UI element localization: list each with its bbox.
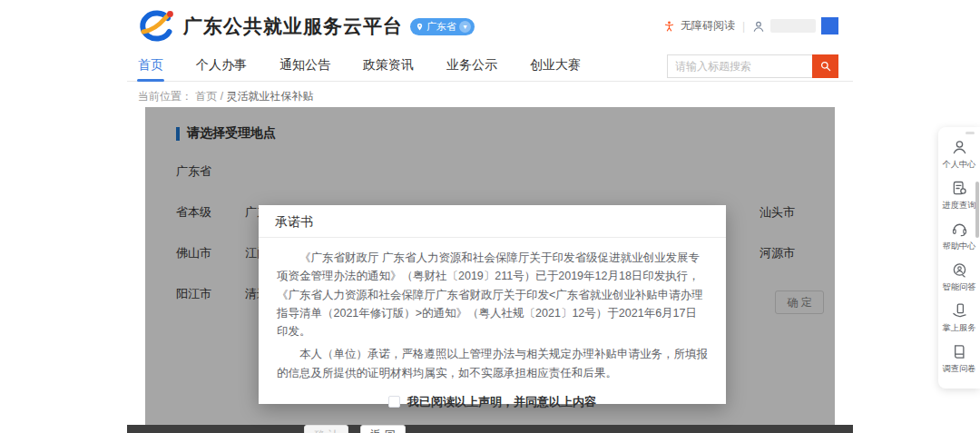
sidebar-item-label: 个人中心 — [943, 159, 976, 171]
search-button[interactable] — [812, 54, 838, 78]
accessibility-link[interactable]: 无障碍阅读 — [681, 18, 735, 34]
search-box — [667, 54, 838, 78]
document-search-icon — [950, 179, 969, 198]
commitment-paragraph-1: 《广东省财政厅 广东省人力资源和社会保障厅关于印发省级促进就业创业发展专项资金管… — [277, 249, 708, 340]
person-icon — [950, 138, 969, 157]
app-root: 广东公共就业服务云平台 广东省 ▾ 无障碍阅读 | — [0, 0, 980, 433]
tab-personal-affairs[interactable]: 个人办事 — [196, 57, 247, 75]
site-logo-icon — [134, 8, 176, 44]
sidebar-item-smart-qa[interactable]: 智能问答 — [938, 261, 980, 293]
tab-business-publicity[interactable]: 业务公示 — [446, 57, 497, 75]
header: 广东公共就业服务云平台 广东省 ▾ 无障碍阅读 | — [127, 0, 853, 51]
tab-startup-contest[interactable]: 创业大赛 — [530, 57, 581, 75]
agree-row: 我已阅读以上声明，并同意以上内容 — [277, 392, 708, 411]
breadcrumb: 当前位置： 首页 / 灵活就业社保补贴 — [138, 89, 313, 104]
modal-actions: 确 认 返 回 — [304, 425, 708, 433]
commitment-paragraph-2: 本人（单位）承诺，严格遵照以上管理办法与相关规定办理补贴申请业务，所填报的信息及… — [277, 345, 708, 382]
header-right: 无障碍阅读 | — [663, 17, 838, 34]
headset-icon — [950, 220, 969, 239]
sidebar-item-label: 调查问卷 — [943, 363, 976, 375]
accessibility-icon — [663, 20, 675, 32]
survey-book-icon — [950, 342, 969, 361]
agree-checkbox-label: 我已阅读以上声明，并同意以上内容 — [407, 392, 596, 411]
hand-phone-icon — [950, 301, 969, 320]
region-label: 广东省 — [426, 20, 456, 34]
sidebar-item-progress-query[interactable]: 进度查询 — [938, 179, 980, 212]
sidebar-item-help-center[interactable]: 帮助中心 — [938, 220, 980, 252]
username-redacted — [770, 19, 816, 33]
modal-confirm-button[interactable]: 确 认 — [304, 425, 348, 433]
breadcrumb-separator: / — [220, 90, 223, 103]
breadcrumb-prefix: 当前位置： — [138, 90, 192, 103]
chevron-down-icon: ▾ — [459, 21, 471, 33]
breadcrumb-home[interactable]: 首页 — [195, 90, 217, 103]
sidebar-item-label: 进度查询 — [943, 200, 976, 212]
sidebar-item-label: 智能问答 — [943, 281, 976, 293]
user-redaction-box — [821, 17, 838, 34]
modal-back-button[interactable]: 返 回 — [360, 425, 405, 433]
user-icon — [752, 20, 765, 33]
commitment-modal: 承诺书 《广东省财政厅 广东省人力资源和社会保障厅关于印发省级促进就业创业发展专… — [259, 205, 726, 404]
header-separator: | — [742, 20, 745, 33]
sidebar-item-personal-center[interactable]: 个人中心 — [938, 138, 980, 171]
smart-assistant-icon — [950, 261, 969, 280]
tab-notices[interactable]: 通知公告 — [279, 57, 330, 75]
location-pin-icon — [416, 22, 424, 32]
region-selector[interactable]: 广东省 ▾ — [410, 18, 475, 35]
tab-home[interactable]: 首页 — [138, 57, 163, 75]
modal-body: 《广东省财政厅 广东省人力资源和社会保障厅关于印发省级促进就业创业发展专项资金管… — [259, 238, 726, 433]
modal-title: 承诺书 — [259, 205, 726, 238]
breadcrumb-current: 灵活就业社保补贴 — [226, 90, 313, 103]
page-scrollbar-thumb[interactable] — [975, 182, 979, 238]
sidebar-item-label: 帮助中心 — [943, 241, 976, 252]
tab-policy-news[interactable]: 政策资讯 — [363, 57, 414, 75]
sidebar-collapse-handle[interactable] — [965, 132, 975, 134]
nav-tabs: 首页 个人办事 通知公告 政策资讯 业务公示 创业大赛 — [138, 51, 581, 82]
search-icon — [819, 60, 832, 73]
sidebar-item-mobile-service[interactable]: 掌上服务 — [938, 301, 980, 334]
floating-sidebar: 个人中心 进度查询 帮助中心 智能 — [938, 127, 980, 389]
sidebar-item-survey[interactable]: 调查问卷 — [938, 342, 980, 375]
search-input[interactable] — [667, 54, 812, 78]
site-title: 广东公共就业服务云平台 — [183, 14, 403, 39]
sidebar-item-label: 掌上服务 — [943, 322, 976, 334]
agree-checkbox[interactable] — [388, 396, 400, 408]
main-nav: 首页 个人办事 通知公告 政策资讯 业务公示 创业大赛 — [127, 51, 853, 82]
